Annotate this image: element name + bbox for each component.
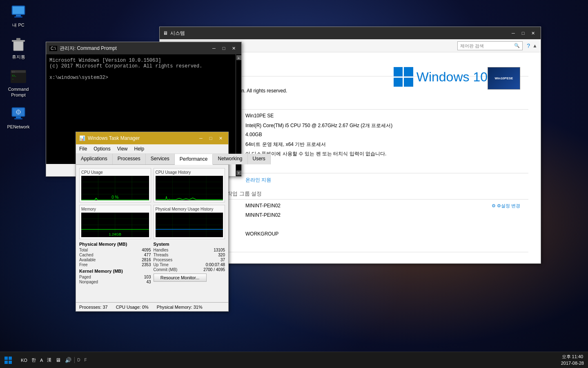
commit-val: 2700 / 4095: [203, 267, 225, 272]
svg-rect-44: [9, 357, 12, 360]
memory-box: Memory 1.24GB: [79, 205, 151, 239]
svg-rect-18: [14, 118, 22, 119]
tab-services[interactable]: Services: [146, 154, 175, 164]
taskman-menubar: File Options View Help: [76, 144, 228, 154]
search-icon: 🔍: [514, 43, 520, 48]
compname-val: MININT-PEIN02: [245, 203, 281, 210]
change-setting-btn[interactable]: ⚙ ⚙설정 변경: [492, 203, 520, 209]
threads-val: 320: [218, 253, 225, 257]
memory-history-svg: [156, 213, 223, 237]
tray-network-icon[interactable]: 🖥: [54, 356, 62, 364]
help-icon[interactable]: ?: [527, 43, 530, 49]
tab-networking[interactable]: Networking: [213, 154, 247, 164]
cpu-usage-box: CPU Usage 0 %: [79, 168, 151, 202]
taskman-close-btn[interactable]: ✕: [216, 134, 225, 142]
kernel-nonpaged-label: Nonpaged: [79, 280, 98, 284]
computer-name-section: 컴퓨터 이름: MININT-PEIN02 전체 컴퓨터 이름: MININT-…: [180, 203, 528, 238]
kernel-nonpaged-val: 43: [146, 280, 151, 284]
resource-monitor-btn[interactable]: Resource Monitor...: [154, 274, 207, 282]
threads-label: Threads: [154, 253, 169, 257]
start-button[interactable]: [0, 352, 16, 368]
perf-stats-area: Physical Memory (MB) Total 4095 Cached 4…: [79, 242, 225, 285]
desktop-icon-mypc[interactable]: 내 PC: [4, 4, 33, 28]
processor-val: Intel(R) Core(TM) i5 CPU 750 @ 2.67GHz 2…: [245, 122, 392, 129]
win10-logo-text: Windows 10: [416, 70, 488, 85]
svg-rect-45: [4, 361, 8, 364]
cmd-maximize-btn[interactable]: □: [219, 44, 228, 52]
taskman-maximize-btn[interactable]: □: [206, 134, 215, 142]
scrollbar-up-arrow: ▲: [237, 56, 241, 60]
taskbar-clock[interactable]: 오후 11:40 2017-08-28: [561, 354, 588, 366]
tab-applications[interactable]: Applications: [76, 154, 113, 164]
desktop-icon-cmd[interactable]: C:\ C:\_ _ Command Prompt: [4, 68, 33, 98]
processes-row: Processes 37: [154, 258, 225, 262]
taskman-win-controls: ─ □ ✕: [196, 134, 225, 142]
tray-show-desktop[interactable]: D: [74, 357, 81, 363]
svg-rect-2: [16, 15, 21, 16]
tray-chinese[interactable]: 漢: [46, 357, 53, 363]
tray-unknown[interactable]: F: [83, 357, 88, 363]
workgroup-row: 작업 그룹: WORKGROUP: [180, 231, 528, 238]
cmd-titlebar-icon: C:\: [49, 46, 57, 51]
tray-hangul[interactable]: 한: [30, 357, 37, 363]
taskman-minimize-btn[interactable]: ─: [196, 134, 205, 142]
system-stats-title: System: [154, 242, 225, 247]
cmd-close-btn[interactable]: ✕: [229, 44, 238, 52]
kernel-memory-stats: Kernel Memory (MB) Paged 103 Nonpaged 43: [79, 269, 151, 284]
change-setting-label: ⚙설정 변경: [497, 203, 520, 209]
tray-ko[interactable]: KO: [20, 358, 29, 363]
system-close-btn[interactable]: ✕: [528, 29, 537, 37]
recycle-label: 휴지통: [12, 54, 25, 60]
svg-text:C:\: C:\: [12, 71, 15, 73]
phys-cached-label: Cached: [79, 253, 93, 257]
system-search-input[interactable]: [460, 43, 514, 48]
network-label: PENetwork: [7, 124, 29, 130]
system-window-title: 시스템: [170, 30, 185, 37]
fullname-row: 전체 컴퓨터 이름: MININT-PEIN02: [180, 212, 528, 219]
menu-view[interactable]: View: [114, 145, 131, 153]
fullname-val: MININT-PEIN02: [245, 212, 281, 219]
cmd-label: Command Prompt: [4, 86, 33, 98]
system-minimize-btn[interactable]: ─: [509, 29, 518, 37]
gear-icon: ⚙: [492, 203, 496, 209]
menu-file[interactable]: File: [76, 145, 90, 153]
cmd-win-controls: ─ □ ✕: [209, 44, 238, 52]
system-titlebar: 🖥 시스템 ─ □ ✕: [160, 27, 541, 39]
desktop-icon-recycle[interactable]: 휴지통: [4, 36, 33, 60]
cpu-percent-label: 0 %: [111, 195, 118, 200]
tab-users[interactable]: Users: [248, 154, 271, 164]
tab-processes[interactable]: Processes: [113, 154, 146, 164]
scrollbar-up-btn[interactable]: ▲: [236, 55, 241, 60]
menu-help[interactable]: Help: [131, 145, 148, 153]
taskman-statusbar: Processes: 37 CPU Usage: 0% Physical Mem…: [76, 302, 228, 311]
tab-performance[interactable]: Performance: [175, 154, 213, 165]
svg-rect-46: [9, 361, 12, 364]
tray-volume-icon[interactable]: 🔊: [64, 356, 73, 364]
uptime-val: 0:00:07:48: [206, 263, 225, 267]
expand-icon[interactable]: ▲: [532, 43, 537, 49]
tray-a[interactable]: A: [39, 358, 44, 363]
taskman-tabs: Applications Processes Services Performa…: [76, 154, 228, 165]
website-row: 웹 사이트: 온라인 지원: [180, 177, 528, 184]
taskbar: KO 한 A 漢 🖥 🔊 D F 오후 11:40 2017-08-28: [0, 352, 588, 368]
cmd-minimize-btn[interactable]: ─: [209, 44, 218, 52]
svg-rect-17: [16, 117, 21, 118]
phys-available-row: Available 2816: [79, 258, 151, 262]
cpu-history-graph: [156, 176, 223, 200]
system-maximize-btn[interactable]: □: [519, 29, 528, 37]
cpu-history-svg: [156, 176, 223, 200]
taskman-performance-content: CPU Usage 0 %: [76, 165, 228, 308]
scrollbar-down-btn[interactable]: ▼: [236, 171, 241, 175]
system-search-box: 🔍: [457, 41, 523, 50]
physical-memory-stats: Physical Memory (MB) Total 4095 Cached 4…: [79, 242, 151, 285]
cpu-history-title: CPU Usage History: [156, 170, 223, 175]
taskman-icon: 📊: [79, 135, 85, 141]
website-link[interactable]: 온라인 지원: [245, 177, 271, 184]
desktop-icon-network[interactable]: PENetwork: [4, 106, 33, 130]
menu-options[interactable]: Options: [90, 145, 114, 153]
phys-free-row: Free 2353: [79, 263, 151, 267]
ram-val: 4.00GB: [245, 132, 262, 139]
uptime-row: Up Time 0:00:07:48: [154, 263, 225, 267]
win-flag-icon: [394, 67, 413, 87]
kernel-paged-row: Paged 103: [79, 275, 151, 279]
